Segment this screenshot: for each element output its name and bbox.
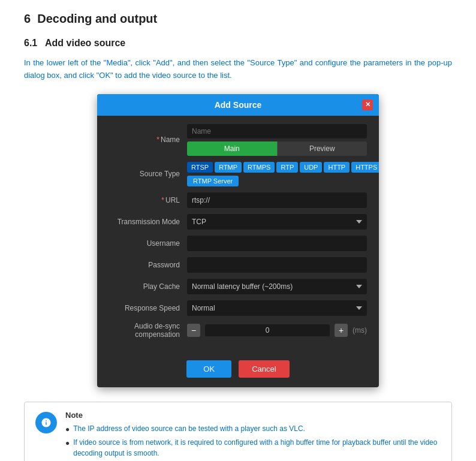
subsection-heading: 6.1 Add video source: [24, 38, 452, 49]
audio-desync-plus[interactable]: +: [335, 324, 348, 337]
dialog-container: Add Source ✕ *Name Main Preview: [24, 94, 452, 387]
name-label: *Name: [109, 135, 187, 144]
response-speed-row: Response Speed Normal: [109, 300, 367, 316]
note-text-1: The IP address of video source can be te…: [73, 423, 305, 434]
src-btn-https[interactable]: HTTPS: [351, 162, 379, 173]
cancel-button[interactable]: Cancel: [239, 360, 289, 378]
src-btn-rtmps[interactable]: RTMPS: [243, 162, 275, 173]
source-type-row2: RTMP Server: [187, 174, 379, 186]
note-title: Note: [65, 411, 441, 420]
add-source-dialog: Add Source ✕ *Name Main Preview: [97, 94, 379, 387]
transmission-mode-row: Transmission Mode TCP: [109, 214, 367, 230]
password-input[interactable]: [187, 257, 367, 273]
transmission-mode-label: Transmission Mode: [109, 218, 187, 226]
url-label: *URL: [109, 196, 187, 204]
bullet-1: ●: [65, 424, 70, 435]
note-content: Note ● The IP address of video source ca…: [65, 411, 441, 461]
note-item-2: ● If video source is from network, it is…: [65, 437, 441, 459]
audio-desync-value: 0: [205, 324, 330, 336]
transmission-mode-select[interactable]: TCP: [187, 214, 367, 230]
url-input[interactable]: [187, 192, 367, 208]
note-text-2: If video source is from network, it is r…: [73, 437, 441, 459]
audio-desync-counter: − 0 + (ms): [187, 324, 367, 337]
username-input[interactable]: [187, 236, 367, 251]
src-btn-rtsp[interactable]: RTSP: [187, 162, 213, 173]
password-row: Password: [109, 257, 367, 273]
response-speed-select[interactable]: Normal: [187, 300, 367, 316]
preview-button[interactable]: Preview: [277, 141, 367, 156]
name-row: *Name Main Preview: [109, 124, 367, 156]
source-type-row1: RTSP RTMP RTMPS RTP UDP HTTP HTTPS SRT N…: [187, 162, 379, 173]
note-box: Note ● The IP address of video source ca…: [24, 402, 452, 461]
username-row: Username: [109, 236, 367, 251]
note-icon: [35, 412, 57, 433]
src-btn-rtp[interactable]: RTP: [276, 162, 298, 173]
required-star: *: [156, 135, 159, 144]
audio-desync-minus[interactable]: −: [187, 324, 200, 337]
play-cache-select[interactable]: Normal latency buffer (~200ms): [187, 279, 367, 294]
audio-desync-label: Audio de-sync compensation: [109, 322, 187, 339]
play-cache-row: Play Cache Normal latency buffer (~200ms…: [109, 279, 367, 294]
response-speed-label: Response Speed: [109, 304, 187, 312]
url-row: *URL: [109, 192, 367, 208]
name-input[interactable]: [187, 124, 367, 138]
section-heading: 6 Decoding and output: [24, 12, 452, 26]
src-btn-rtmp-server[interactable]: RTMP Server: [187, 176, 239, 186]
ok-button[interactable]: OK: [186, 360, 231, 378]
info-icon: [41, 417, 52, 428]
note-item-1: ● The IP address of video source can be …: [65, 423, 441, 435]
source-type-label: Source Type: [109, 170, 187, 178]
close-button[interactable]: ✕: [362, 100, 373, 110]
src-btn-rtmp[interactable]: RTMP: [215, 162, 242, 173]
main-button[interactable]: Main: [187, 141, 277, 156]
bullet-2: ●: [65, 438, 70, 448]
dialog-header: Add Source ✕: [97, 94, 379, 116]
name-buttons: Main Preview: [187, 141, 367, 156]
dialog-body: *Name Main Preview Source Type RTSP RTMP: [97, 116, 379, 353]
audio-desync-unit: (ms): [353, 326, 367, 335]
password-label: Password: [109, 261, 187, 269]
required-star-url: *: [161, 196, 164, 204]
play-cache-label: Play Cache: [109, 282, 187, 291]
intro-paragraph: In the lower left of the "Media", click …: [24, 57, 452, 82]
src-btn-udp[interactable]: UDP: [300, 162, 322, 173]
source-type-wrap: RTSP RTMP RTMPS RTP UDP HTTP HTTPS SRT N…: [187, 162, 379, 186]
audio-desync-row: Audio de-sync compensation − 0 + (ms): [109, 322, 367, 339]
dialog-footer: OK Cancel: [97, 353, 379, 387]
username-label: Username: [109, 239, 187, 248]
dialog-title: Add Source: [215, 100, 262, 110]
source-type-row: Source Type RTSP RTMP RTMPS RTP UDP HTTP…: [109, 162, 367, 186]
src-btn-http[interactable]: HTTP: [324, 162, 350, 173]
